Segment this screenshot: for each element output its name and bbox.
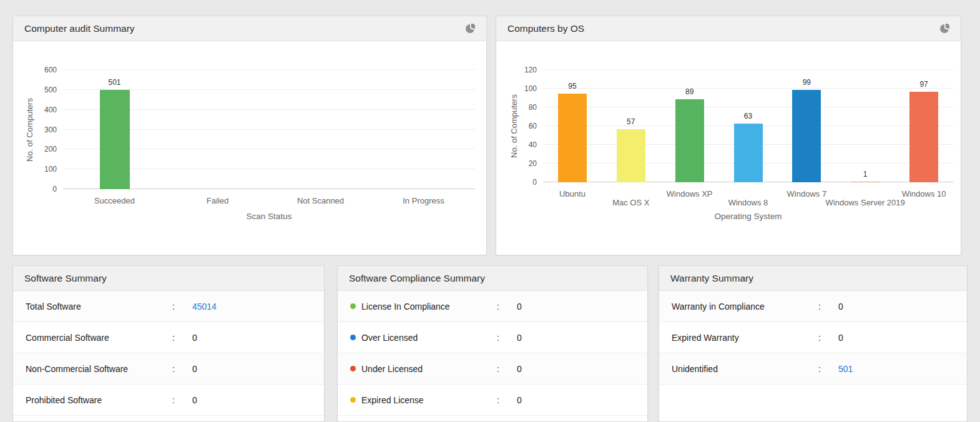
status-dot [350,303,356,309]
bar-windows-8[interactable] [734,124,763,183]
pie-chart-icon[interactable] [939,24,949,34]
total-software-link[interactable]: 45014 [192,302,217,312]
y-axis-title: No. of Computers [25,98,34,162]
colon: : [497,333,499,343]
bar-windows-7[interactable] [792,90,821,183]
panel-title: Software Compliance Summary [349,273,485,284]
row-value: 0 [192,395,197,405]
bar-value-label: 89 [685,87,693,96]
os-chart-plot: 02040608010012095Ubuntu57Mac OS X89Windo… [543,70,953,182]
x-tick-label-windows-xp: Windows XP [667,189,713,199]
x-tick-label-in-progress: In Progress [403,196,444,205]
colon: : [818,364,821,374]
gridline [543,88,953,89]
row-value: 0 [192,333,197,343]
row-label: Over Licensed [361,333,418,343]
y-axis-title: No. of Computers [509,94,519,158]
y-tick-label: 300 [44,125,57,134]
table-row: Commercial Software : 0 [13,322,324,353]
y-tick-label: 200 [44,145,57,154]
row-label: Expired License [361,395,424,405]
row-label: Expired Warranty [672,333,739,343]
x-tick-label-windows-server-2019: Windows Server 2019 [826,198,905,207]
software-summary-panel: Software Summary Total Software : 45014 … [12,265,325,422]
bar-ubuntu[interactable] [558,94,587,183]
panel-title: Software Summary [24,273,107,284]
gridline [63,69,475,70]
x-tick-label-ubuntu: Ubuntu [559,189,586,199]
pie-chart-icon[interactable] [465,24,475,34]
y-tick-label: 400 [44,106,57,114]
colon: : [172,302,175,312]
row-value: 0 [838,333,843,343]
y-tick-label: 120 [524,66,537,74]
row-value: 0 [517,302,522,312]
row-label: Unidentified [672,364,718,374]
row-label: Non-Commercial Software [26,364,128,374]
bar-mac-os-x[interactable] [617,129,645,183]
x-tick-label-windows-7: Windows 7 [787,189,827,199]
colon: : [172,395,175,405]
table-row: License In Compliance : 0 [338,291,647,322]
row-label: Commercial Software [26,333,109,343]
row-value: 0 [517,364,522,374]
bar-windows-xp[interactable] [675,99,704,183]
y-tick-label: 80 [529,103,537,112]
row-label: Under Licensed [361,364,423,374]
row-value: 0 [192,364,197,374]
x-axis-title: Scan Status [63,212,475,221]
row-label: License In Compliance [361,302,450,312]
colon: : [497,395,499,405]
x-tick-label-mac-os-x: Mac OS X [612,198,649,207]
chart-area: No. of Computers 0100200300400500600501S… [13,42,486,255]
y-tick-label: 40 [529,140,537,149]
unidentified-link[interactable]: 501 [838,364,853,374]
x-tick-label-failed: Failed [207,196,228,205]
x-axis-title: Operating System [543,212,953,221]
status-dot [350,335,356,340]
table-row: Prohibited Software : 0 [13,385,324,416]
row-value: 0 [517,333,522,343]
row-label: Total Software [26,302,81,312]
software-compliance-summary-panel: Software Compliance Summary License In C… [337,265,648,422]
x-tick-label-not-scanned: Not Scanned [297,196,344,205]
y-tick-label: 100 [524,84,537,93]
bar-value-label: 57 [627,117,635,126]
table-row: Under Licensed : 0 [338,353,647,385]
row-value: 0 [838,302,843,312]
row-label: Warranty in Compliance [672,302,765,312]
panel-header: Software Compliance Summary [338,266,647,291]
panel-title: Warranty Summary [670,273,753,284]
colon: : [497,302,499,312]
chart-area: No. of Computers 02040608010012095Ubuntu… [496,42,961,255]
warranty-summary-panel: Warranty Summary Warranty in Compliance … [659,265,968,422]
bar-value-label: 99 [803,78,811,87]
table-row: Warranty in Compliance : 0 [659,291,967,322]
gridline [543,107,953,107]
y-tick-label: 100 [44,165,57,174]
colon: : [172,364,175,374]
colon: : [818,333,821,343]
y-tick-label: 0 [52,185,57,194]
row-label: Prohibited Software [26,395,102,405]
y-tick-label: 500 [44,86,57,94]
colon: : [172,333,175,343]
audit-chart-plot: 0100200300400500600501SucceededFailedNot… [63,70,475,189]
bar-windows-server-2019[interactable] [851,182,880,183]
panel-header: Software Summary [13,266,324,291]
bar-value-label: 95 [568,82,576,91]
status-dot [350,397,356,403]
y-tick-label: 60 [529,122,537,130]
bar-value-label: 1 [863,170,868,179]
bar-value-label: 501 [108,78,120,87]
bar-succeeded[interactable] [100,90,130,189]
gridline [543,69,953,70]
x-tick-label-windows-10: Windows 10 [902,189,946,199]
bar-windows-10[interactable] [909,92,938,183]
computers-by-os-panel: Computers by OS No. of Computers 0204060… [496,16,961,255]
bar-value-label: 97 [919,80,928,89]
table-row: Over Licensed : 0 [338,322,647,353]
table-row: Expired Warranty : 0 [659,322,967,353]
y-tick-label: 0 [532,178,537,187]
panel-title: Computer audit Summary [24,23,135,34]
